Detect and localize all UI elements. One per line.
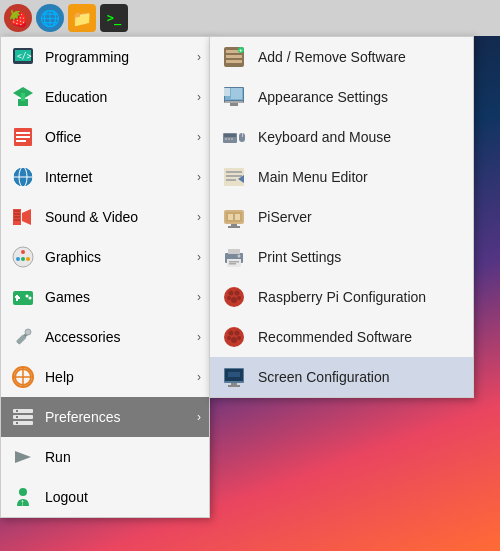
preferences-submenu: + Add / Remove Software Appearance Setti…	[209, 36, 474, 398]
submenu-keyboard-mouse[interactable]: Keyboard and Mouse	[210, 117, 473, 157]
preferences-arrow: ›	[197, 410, 201, 424]
svg-rect-16	[14, 213, 20, 215]
taskbar-globe-icon[interactable]: 🌐	[36, 4, 64, 32]
screen-config-icon	[220, 363, 248, 391]
svg-point-84	[229, 291, 234, 296]
education-label: Education	[45, 89, 197, 105]
run-icon	[9, 443, 37, 471]
menu-item-graphics[interactable]: Graphics ›	[1, 237, 209, 277]
help-icon	[9, 363, 37, 391]
svg-text:↑: ↑	[20, 497, 25, 508]
sound-video-arrow: ›	[197, 210, 201, 224]
appearance-label: Appearance Settings	[258, 89, 388, 105]
programming-label: Programming	[45, 49, 197, 65]
svg-rect-8	[16, 136, 30, 138]
submenu-screen-config[interactable]: Screen Configuration	[210, 357, 473, 397]
help-label: Help	[45, 369, 197, 385]
recommended-software-icon	[220, 323, 248, 351]
programming-icon: </>	[9, 43, 37, 71]
svg-rect-61	[225, 138, 227, 140]
internet-icon	[9, 163, 37, 191]
add-remove-icon: +	[220, 43, 248, 71]
svg-rect-50	[226, 60, 242, 63]
main-menu-editor-label: Main Menu Editor	[258, 169, 368, 185]
logout-label: Logout	[45, 489, 201, 505]
menu-item-games[interactable]: Games ›	[1, 277, 209, 317]
help-arrow: ›	[197, 370, 201, 384]
svg-rect-55	[225, 101, 243, 103]
svg-point-85	[235, 291, 240, 296]
graphics-label: Graphics	[45, 249, 197, 265]
svg-rect-78	[228, 249, 240, 254]
submenu-recommended-software[interactable]: Recommended Software	[210, 317, 473, 357]
svg-point-45	[19, 488, 27, 496]
svg-rect-28	[15, 296, 19, 298]
svg-rect-76	[228, 226, 240, 228]
menu-item-accessories[interactable]: Accessories ›	[1, 317, 209, 357]
svg-point-23	[26, 257, 30, 261]
taskbar-terminal-icon[interactable]: >_	[100, 4, 128, 32]
accessories-icon	[9, 323, 37, 351]
svg-rect-74	[235, 214, 240, 220]
svg-rect-43	[16, 422, 18, 424]
screen-config-label: Screen Configuration	[258, 369, 390, 385]
svg-rect-65	[242, 133, 243, 137]
office-arrow: ›	[197, 130, 201, 144]
logout-icon: ↑	[9, 483, 37, 511]
svg-rect-41	[16, 410, 18, 412]
svg-rect-18	[14, 219, 20, 221]
svg-point-90	[229, 331, 234, 336]
submenu-piserver[interactable]: PiServer	[210, 197, 473, 237]
submenu-appearance[interactable]: Appearance Settings	[210, 77, 473, 117]
menu-item-preferences[interactable]: Preferences ›	[1, 397, 209, 437]
menu-item-run[interactable]: Run	[1, 437, 209, 477]
taskbar: 🍓 🌐 📁 >_	[0, 0, 500, 36]
submenu-print-settings[interactable]: Print Settings	[210, 237, 473, 277]
svg-rect-17	[14, 216, 20, 218]
menu-item-office[interactable]: Office ›	[1, 117, 209, 157]
svg-point-29	[26, 295, 29, 298]
menu-item-internet[interactable]: Internet ›	[1, 157, 209, 197]
svg-rect-69	[226, 179, 236, 181]
main-menu: </> Programming › Education › Office › I…	[0, 36, 210, 518]
svg-rect-100	[228, 372, 240, 377]
keyboard-mouse-label: Keyboard and Mouse	[258, 129, 391, 145]
svg-point-91	[235, 331, 240, 336]
recommended-software-label: Recommended Software	[258, 329, 412, 345]
office-icon	[9, 123, 37, 151]
games-label: Games	[45, 289, 197, 305]
svg-point-24	[21, 257, 25, 261]
menu-item-help[interactable]: Help ›	[1, 357, 209, 397]
menu-item-education[interactable]: Education ›	[1, 77, 209, 117]
svg-point-87	[227, 296, 231, 300]
taskbar-raspberry-icon[interactable]: 🍓	[4, 4, 32, 32]
internet-arrow: ›	[197, 170, 201, 184]
preferences-label: Preferences	[45, 409, 197, 425]
sound-video-label: Sound & Video	[45, 209, 197, 225]
piserver-label: PiServer	[258, 209, 312, 225]
graphics-icon	[9, 243, 37, 271]
svg-point-22	[16, 257, 20, 261]
appearance-icon	[220, 83, 248, 111]
svg-rect-57	[224, 88, 230, 96]
svg-rect-73	[228, 214, 233, 220]
submenu-main-menu-editor[interactable]: Main Menu Editor	[210, 157, 473, 197]
raspberry-config-icon	[220, 283, 248, 311]
svg-rect-5	[21, 93, 25, 101]
submenu-raspberry-config[interactable]: Raspberry Pi Configuration	[210, 277, 473, 317]
menu-item-logout[interactable]: ↑ Logout	[1, 477, 209, 517]
taskbar-folder-icon[interactable]: 📁	[68, 4, 96, 32]
piserver-icon	[220, 203, 248, 231]
raspberry-config-label: Raspberry Pi Configuration	[258, 289, 426, 305]
menu-item-sound-video[interactable]: Sound & Video ›	[1, 197, 209, 237]
svg-rect-63	[231, 138, 233, 140]
svg-rect-58	[231, 88, 242, 99]
submenu-add-remove[interactable]: + Add / Remove Software	[210, 37, 473, 77]
svg-rect-49	[226, 55, 242, 58]
svg-rect-67	[226, 171, 242, 173]
svg-point-94	[237, 336, 241, 340]
office-label: Office	[45, 129, 197, 145]
internet-label: Internet	[45, 169, 197, 185]
svg-rect-75	[231, 224, 237, 226]
menu-item-programming[interactable]: </> Programming ›	[1, 37, 209, 77]
